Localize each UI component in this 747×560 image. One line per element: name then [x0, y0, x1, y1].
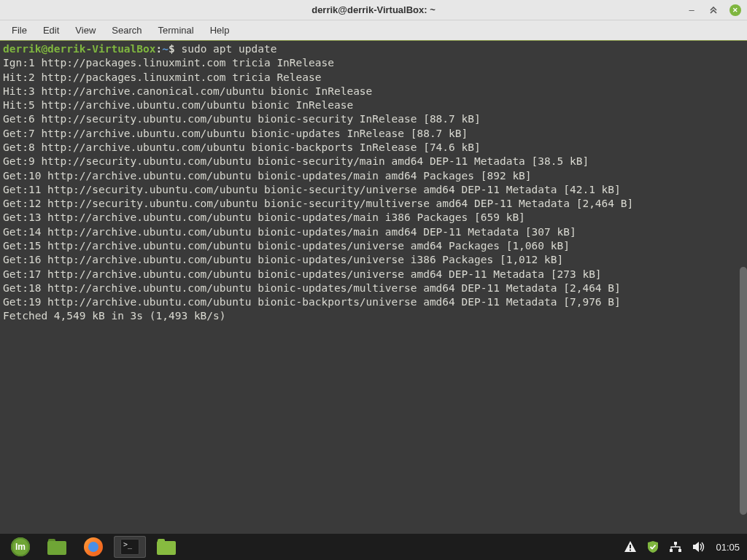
taskbar-left: lm >_	[4, 536, 182, 558]
folder-icon	[157, 539, 176, 555]
menu-file[interactable]: File	[4, 22, 34, 39]
window-title: derrik@derrik-VirtualBox: ~	[311, 4, 436, 15]
scrollbar-thumb[interactable]	[740, 267, 747, 515]
output-line: Get:12 http://security.ubuntu.com/ubuntu…	[3, 198, 633, 209]
output-line: Get:18 http://archive.ubuntu.com/ubuntu …	[3, 282, 621, 294]
update-warning-icon[interactable]	[624, 540, 637, 553]
prompt-command: sudo apt update	[181, 43, 276, 55]
menu-terminal[interactable]: Terminal	[151, 22, 201, 39]
shield-icon[interactable]	[647, 540, 659, 553]
menu-help[interactable]: Help	[203, 22, 237, 39]
menu-edit[interactable]: Edit	[36, 22, 66, 39]
minimize-button[interactable]: –	[686, 4, 697, 16]
terminal-window: derrik@derrik-VirtualBox: ~ – File Edit …	[0, 0, 747, 534]
output-line: Get:11 http://security.ubuntu.com/ubuntu…	[3, 184, 621, 195]
output-line: Get:8 http://archive.ubuntu.com/ubuntu b…	[3, 141, 481, 153]
output-line: Hit:3 http://archive.canonical.com/ubunt…	[3, 85, 372, 97]
output-line: Get:17 http://archive.ubuntu.com/ubuntu …	[3, 268, 602, 280]
output-line: Get:16 http://archive.ubuntu.com/ubuntu …	[3, 254, 563, 265]
system-tray: 01:05	[624, 540, 743, 553]
output-line: Ign:1 http://packages.linuxmint.com tric…	[3, 57, 334, 69]
terminal-icon: >_	[120, 539, 139, 555]
titlebar[interactable]: derrik@derrik-VirtualBox: ~ –	[0, 0, 747, 20]
taskbar: lm >_ 01:05	[0, 534, 747, 560]
prompt-user-host: derrik@derrik-VirtualBox	[3, 43, 156, 55]
clock[interactable]: 01:05	[716, 542, 743, 553]
prompt-dollar: $	[169, 43, 175, 55]
svg-rect-4	[678, 549, 681, 552]
network-icon[interactable]	[669, 541, 682, 553]
output-line: Get:9 http://security.ubuntu.com/ubuntu …	[3, 155, 589, 167]
output-line: Hit:5 http://archive.ubuntu.com/ubuntu b…	[3, 99, 353, 111]
output-line: Hit:2 http://packages.linuxmint.com tric…	[3, 71, 322, 83]
svg-rect-2	[674, 542, 677, 545]
output-line: Get:15 http://archive.ubuntu.com/ubuntu …	[3, 240, 570, 252]
firefox-launcher[interactable]	[77, 536, 109, 558]
show-desktop-button[interactable]	[41, 536, 73, 558]
menubar: File Edit View Search Terminal Help	[0, 20, 747, 41]
output-line: Fetched 4,549 kB in 3s (1,493 kB/s)	[3, 310, 226, 322]
svg-rect-0	[630, 545, 631, 548]
svg-rect-3	[670, 549, 673, 552]
output-line: Get:19 http://archive.ubuntu.com/ubuntu …	[3, 296, 621, 308]
output-line: Get:13 http://archive.ubuntu.com/ubuntu …	[3, 211, 525, 223]
prompt-colon: :	[156, 43, 163, 55]
svg-rect-1	[630, 550, 631, 551]
output-line: Get:7 http://archive.ubuntu.com/ubuntu b…	[3, 128, 468, 139]
files-launcher[interactable]	[150, 536, 182, 558]
output-line: Get:10 http://archive.ubuntu.com/ubuntu …	[3, 170, 532, 182]
firefox-icon	[84, 537, 103, 556]
menu-search[interactable]: Search	[104, 22, 149, 39]
terminal-output[interactable]: derrik@derrik-VirtualBox:~$ sudo apt upd…	[0, 41, 747, 534]
volume-icon[interactable]	[692, 541, 705, 553]
close-button[interactable]	[729, 4, 741, 16]
maximize-button[interactable]	[708, 4, 719, 16]
menu-view[interactable]: View	[68, 22, 103, 39]
window-controls: –	[686, 0, 741, 20]
desktop-icon	[47, 539, 66, 555]
output-line: Get:14 http://archive.ubuntu.com/ubuntu …	[3, 226, 576, 238]
menu-button[interactable]: lm	[4, 536, 36, 558]
prompt-path: ~	[162, 43, 169, 55]
mint-logo-icon: lm	[11, 537, 30, 556]
terminal-task[interactable]: >_	[114, 536, 146, 558]
output-line: Get:6 http://security.ubuntu.com/ubuntu …	[3, 113, 481, 125]
